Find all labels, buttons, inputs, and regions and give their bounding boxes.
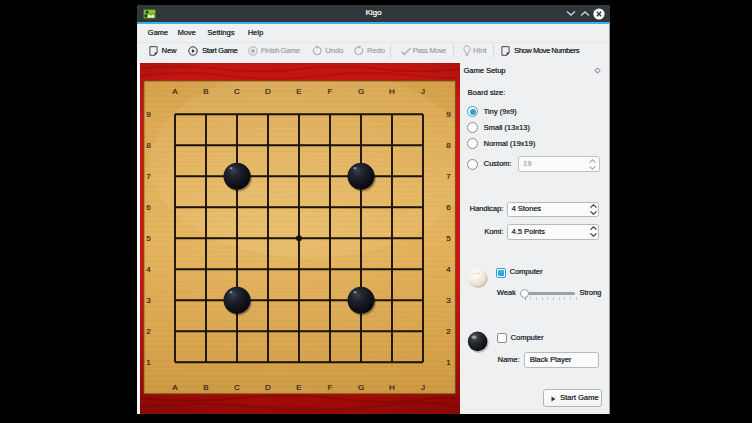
svg-text:8: 8: [446, 141, 451, 150]
svg-text:6: 6: [146, 203, 151, 212]
svg-text:5: 5: [146, 234, 151, 243]
svg-text:E: E: [296, 87, 301, 96]
svg-text:J: J: [421, 87, 425, 96]
svg-text:B: B: [203, 383, 208, 392]
svg-text:4: 4: [446, 265, 451, 274]
svg-text:3: 3: [146, 296, 151, 305]
svg-text:A: A: [172, 383, 178, 392]
svg-text:1: 1: [146, 358, 151, 367]
svg-text:7: 7: [446, 172, 451, 181]
svg-text:D: D: [265, 383, 271, 392]
svg-text:A: A: [172, 87, 178, 96]
svg-text:3: 3: [446, 296, 451, 305]
svg-text:2: 2: [146, 327, 151, 336]
svg-text:C: C: [234, 87, 240, 96]
svg-text:C: C: [234, 383, 240, 392]
svg-text:B: B: [203, 87, 208, 96]
svg-text:E: E: [296, 383, 301, 392]
svg-text:9: 9: [446, 110, 451, 119]
svg-text:2: 2: [446, 327, 451, 336]
svg-text:8: 8: [146, 141, 151, 150]
svg-text:H: H: [389, 87, 395, 96]
svg-text:9: 9: [146, 110, 151, 119]
svg-text:G: G: [358, 383, 364, 392]
svg-text:F: F: [328, 87, 333, 96]
svg-text:J: J: [421, 383, 425, 392]
svg-text:D: D: [265, 87, 271, 96]
svg-text:4: 4: [146, 265, 151, 274]
svg-text:G: G: [358, 87, 364, 96]
svg-text:F: F: [328, 383, 333, 392]
svg-text:H: H: [389, 383, 395, 392]
svg-text:7: 7: [146, 172, 151, 181]
svg-text:1: 1: [446, 358, 451, 367]
